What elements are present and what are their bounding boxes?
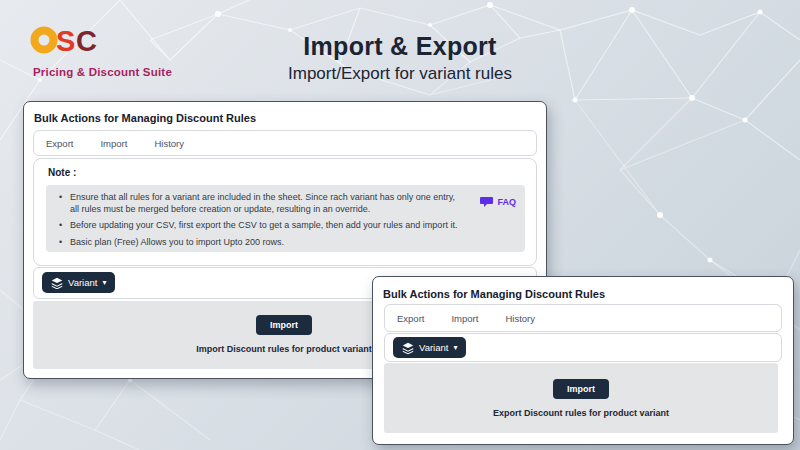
note-section: Note : Ensure that all rules for a varia…: [33, 158, 537, 266]
note-bullet: Before updating your CSV, first export t…: [70, 220, 461, 232]
tab-import[interactable]: Import: [100, 138, 127, 149]
variant-label: Variant: [68, 277, 97, 288]
note-bullet: Basic plan (Free) Allows you to import U…: [70, 237, 461, 249]
tab-history[interactable]: History: [154, 138, 184, 149]
tab-export[interactable]: Export: [397, 313, 424, 324]
action-area: Import Export Discount rules for product…: [384, 363, 778, 433]
tab-bar: Export Import History: [33, 130, 537, 156]
export-panel: Bulk Actions for Managing Discount Rules…: [372, 276, 794, 445]
action-caption: Export Discount rules for product varian…: [384, 408, 778, 418]
page-title: Import & Export: [0, 32, 800, 61]
layers-icon: [402, 342, 414, 354]
layers-icon: [51, 277, 63, 289]
note-label: Note :: [48, 167, 76, 178]
tab-import[interactable]: Import: [451, 313, 478, 324]
tab-bar: Export Import History: [384, 304, 782, 332]
variant-dropdown[interactable]: Variant ▾: [393, 337, 466, 358]
panel-title: Bulk Actions for Managing Discount Rules: [34, 112, 256, 124]
note-body: Ensure that all rules for a variant are …: [46, 185, 525, 252]
variant-dropdown[interactable]: Variant ▾: [42, 272, 115, 293]
panel-title: Bulk Actions for Managing Discount Rules: [383, 288, 605, 300]
variant-label: Variant: [419, 342, 448, 353]
faq-link[interactable]: FAQ: [480, 196, 516, 208]
tab-export[interactable]: Export: [46, 138, 73, 149]
import-button[interactable]: Import: [553, 379, 609, 399]
import-button[interactable]: Import: [256, 315, 312, 335]
faq-bubble-icon: [480, 196, 493, 208]
variant-row: Variant ▾: [384, 333, 782, 362]
chevron-down-icon: ▾: [453, 344, 457, 352]
page-subtitle: Import/Export for variant rules: [0, 64, 800, 84]
page: S C Pricing & Discount Suite Import & Ex…: [0, 0, 800, 450]
note-bullet-list: Ensure that all rules for a variant are …: [46, 185, 525, 248]
chevron-down-icon: ▾: [102, 279, 106, 287]
note-bullet: Ensure that all rules for a variant are …: [70, 192, 461, 215]
tab-history[interactable]: History: [505, 313, 535, 324]
faq-label: FAQ: [497, 197, 516, 207]
